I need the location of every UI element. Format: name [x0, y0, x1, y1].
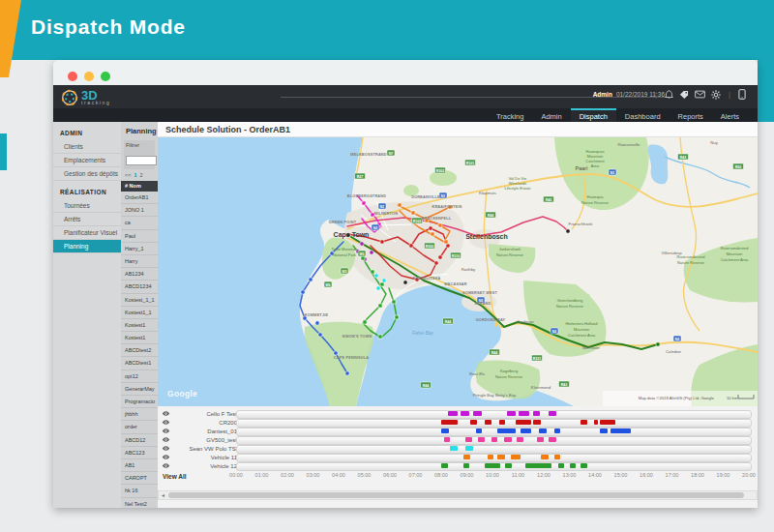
gantt-bar[interactable] — [448, 411, 459, 416]
gantt-bar[interactable] — [580, 420, 587, 425]
horizontal-scrollbar[interactable]: ◄ — [158, 490, 758, 500]
scroll-left-arrow[interactable]: ◄ — [159, 491, 167, 499]
gantt-bar[interactable] — [465, 446, 473, 451]
mobile-icon[interactable] — [738, 89, 746, 100]
route-stop-marker[interactable] — [362, 201, 366, 205]
gantt-bar[interactable] — [517, 437, 523, 442]
gantt-bar[interactable] — [610, 429, 631, 433]
planning-row[interactable]: GenerarMay — [121, 383, 158, 396]
route-stop-marker[interactable] — [361, 256, 365, 260]
gantt-bar[interactable] — [504, 437, 512, 442]
gantt-bar[interactable] — [444, 437, 451, 442]
route-stop-marker[interactable] — [380, 282, 384, 286]
planning-row[interactable]: Harry — [121, 255, 158, 268]
gantt-bar[interactable] — [533, 411, 540, 416]
route-stop-marker[interactable] — [345, 371, 349, 375]
planning-row[interactable]: Kostest1 — [121, 332, 158, 344]
gantt-bar[interactable] — [570, 463, 577, 468]
gantt-bar[interactable] — [488, 455, 494, 459]
gantt-bar[interactable] — [441, 429, 449, 433]
planning-row[interactable]: Paul — [121, 230, 158, 243]
gantt-bar[interactable] — [463, 463, 470, 468]
planning-row[interactable]: CAROPT — [121, 472, 158, 485]
route-stop-marker[interactable] — [438, 223, 442, 227]
mail-icon[interactable] — [695, 90, 705, 99]
route-stop-marker[interactable] — [403, 281, 407, 284]
sidebar-item-arr-ts[interactable]: Arrêts — [53, 213, 121, 226]
gantt-bar[interactable] — [473, 411, 482, 416]
gantt-bar[interactable] — [511, 455, 521, 459]
route-stop-marker[interactable] — [411, 211, 415, 215]
route-stop-marker[interactable] — [395, 315, 399, 319]
bell-icon[interactable] — [665, 90, 673, 100]
planning-row[interactable]: ABCDtest1 — [121, 357, 158, 369]
route-stop-marker[interactable] — [566, 229, 570, 233]
gantt-bar[interactable] — [537, 437, 544, 442]
gantt-bar[interactable] — [470, 420, 477, 425]
pager-item[interactable]: 2 — [140, 172, 143, 178]
gantt-bar[interactable] — [600, 420, 615, 425]
gantt-bar[interactable] — [516, 420, 531, 425]
planning-row[interactable]: hk 16 — [121, 485, 158, 497]
gantt-bar[interactable] — [549, 411, 556, 416]
route-stop-marker[interactable] — [392, 300, 396, 304]
gantt-bar[interactable] — [461, 411, 469, 416]
menu-item-dispatch[interactable]: Dispatch — [571, 108, 616, 122]
planning-row[interactable]: OrderAB1 — [121, 192, 158, 204]
route-stop-marker[interactable] — [398, 203, 402, 207]
planning-row[interactable]: Kostest1 — [121, 319, 158, 332]
gantt-bar[interactable] — [476, 429, 483, 433]
eye-icon[interactable] — [162, 462, 170, 469]
gantt-bar[interactable] — [549, 437, 556, 442]
gantt-bar[interactable] — [505, 463, 512, 468]
route-stop-marker[interactable] — [378, 304, 382, 308]
route-stop-marker[interactable] — [360, 242, 364, 246]
sidebar-item-planning[interactable]: Planning — [53, 240, 121, 253]
route-stop-marker[interactable] — [309, 278, 313, 281]
gantt-bar[interactable] — [465, 437, 472, 442]
route-stop-marker[interactable] — [315, 321, 319, 325]
sidebar-item-emplacements[interactable]: Emplacements — [53, 154, 121, 167]
gantt-bar[interactable] — [594, 420, 598, 425]
close-window-button[interactable] — [68, 72, 77, 81]
gantt-bar[interactable] — [580, 463, 587, 468]
planning-row[interactable]: ABC123 — [121, 447, 158, 459]
route-stop-marker[interactable] — [382, 279, 386, 282]
route-stop-marker[interactable] — [301, 290, 305, 294]
minimize-window-button[interactable] — [84, 72, 94, 81]
gantt-bar[interactable] — [519, 411, 530, 416]
planning-row[interactable]: Kostest1_1 — [121, 307, 158, 319]
gantt-bar[interactable] — [558, 463, 565, 468]
planning-row[interactable]: Harry_1 — [121, 243, 158, 255]
gantt-bar[interactable] — [450, 446, 458, 451]
planning-row[interactable]: Nel Test2 — [121, 498, 158, 509]
sidebar-item-clients[interactable]: Clients — [53, 140, 121, 154]
route-stop-marker[interactable] — [444, 240, 448, 244]
planning-row[interactable]: AB1 — [121, 459, 158, 472]
gantt-bar[interactable] — [554, 455, 561, 459]
gantt-bar[interactable] — [463, 455, 471, 459]
route-stop-marker[interactable] — [376, 286, 380, 290]
gantt-bar[interactable] — [507, 411, 516, 416]
gantt-bar[interactable] — [499, 420, 506, 425]
route-stop-marker[interactable] — [380, 240, 384, 244]
menu-item-admin[interactable]: Admin — [532, 108, 570, 122]
planning-row[interactable]: order — [121, 421, 158, 433]
planning-row[interactable]: ABCDtest2 — [121, 344, 158, 357]
menu-item-reports[interactable]: Reports — [670, 108, 712, 122]
gantt-bar[interactable] — [521, 429, 531, 433]
eye-icon[interactable] — [162, 454, 170, 460]
planning-row[interactable]: JONO 1 — [121, 204, 158, 217]
sidebar-item-planificateur-visuel[interactable]: Planificateur Visuel — [53, 226, 121, 240]
planning-row[interactable]: jhbhh — [121, 408, 158, 421]
gantt-bar[interactable] — [441, 463, 448, 468]
route-stop-marker[interactable] — [378, 335, 382, 339]
gantt-bar[interactable] — [485, 420, 491, 425]
menu-item-alerts[interactable]: Alerts — [712, 108, 748, 122]
route-stop-marker[interactable] — [434, 261, 438, 265]
planning-row[interactable]: Kostest_1_1 — [121, 294, 158, 307]
planning-row[interactable]: AB1234 — [121, 268, 158, 281]
gantt-bar[interactable] — [497, 429, 516, 433]
logo-3d-tracking[interactable]: 3D tracking — [61, 87, 110, 108]
gantt-bar[interactable] — [441, 420, 458, 425]
